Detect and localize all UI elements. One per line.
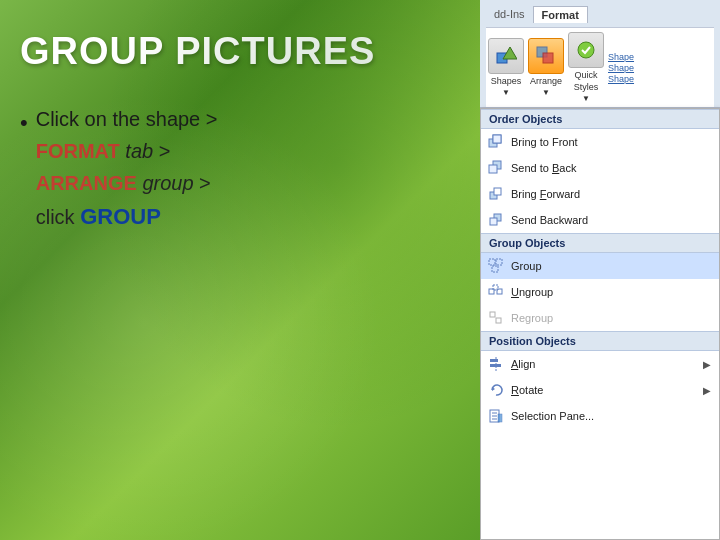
group-icon	[487, 257, 505, 275]
svg-rect-21	[496, 318, 501, 323]
bullet-item: • Click on the shape > FORMAT tab > ARRA…	[20, 103, 450, 234]
align-label: Align	[511, 358, 535, 370]
group-label: Group	[511, 260, 542, 272]
arrange-button-group: Arrange ▼	[528, 38, 564, 97]
send-to-back-label: Send to Back	[511, 162, 576, 174]
send-backward-icon	[487, 211, 505, 229]
bullet-text: Click on the shape > FORMAT tab > ARRANG…	[36, 103, 218, 234]
regroup-item[interactable]: Regroup	[481, 305, 719, 331]
slide-content: GROUP PICTURES • Click on the shape > FO…	[0, 0, 480, 540]
quick-styles-label2: Styles	[574, 82, 599, 92]
quick-styles-dropdown-arrow[interactable]: ▼	[582, 94, 590, 103]
send-to-back-icon	[487, 159, 505, 177]
svg-rect-13	[490, 218, 497, 225]
group-italic-word: group	[142, 172, 193, 194]
shapes-icon[interactable]	[488, 38, 524, 74]
ungroup-icon	[487, 283, 505, 301]
shape-link-2[interactable]: Shape	[608, 63, 634, 73]
ungroup-item[interactable]: Ungroup	[481, 279, 719, 305]
bullet-dot: •	[20, 105, 28, 140]
selection-pane-label: Selection Pane...	[511, 410, 594, 422]
group-objects-header: Group Objects	[481, 233, 719, 253]
tab-word: tab	[125, 140, 153, 162]
arrange-dropdown-arrow[interactable]: ▼	[542, 88, 550, 97]
shapes-dropdown-arrow[interactable]: ▼	[502, 88, 510, 97]
order-objects-header: Order Objects	[481, 109, 719, 129]
tab-format[interactable]: Format	[533, 6, 588, 23]
quick-styles-icon[interactable]	[568, 32, 604, 68]
svg-rect-15	[496, 259, 502, 265]
selection-pane-item[interactable]: Selection Pane...	[481, 403, 719, 429]
ribbon-buttons: Shapes ▼ Arrange ▼	[486, 27, 714, 107]
svg-rect-23	[490, 359, 498, 362]
align-arrow: ▶	[703, 359, 711, 370]
bring-forward-item[interactable]: Bring Forward	[481, 181, 719, 207]
send-backward-label: Send Backward	[511, 214, 588, 226]
bullet-content: • Click on the shape > FORMAT tab > ARRA…	[20, 103, 450, 234]
shape-link-3[interactable]: Shape	[608, 74, 634, 84]
ribbon-top: dd-Ins Format Shapes ▼	[480, 0, 720, 108]
arrange-icon[interactable]	[528, 38, 564, 74]
bring-to-front-label: Bring to Front	[511, 136, 578, 148]
regroup-icon	[487, 309, 505, 327]
regroup-label: Regroup	[511, 312, 553, 324]
tab-addins[interactable]: dd-Ins	[486, 6, 533, 23]
svg-rect-16	[492, 266, 498, 272]
quick-styles-button-group: Quick Styles ▼	[568, 32, 604, 103]
bring-to-front-item[interactable]: Bring to Front	[481, 129, 719, 155]
svg-rect-30	[498, 414, 502, 422]
send-backward-item[interactable]: Send Backward	[481, 207, 719, 233]
shape-links: Shape Shape Shape	[608, 52, 634, 84]
ribbon-tabs: dd-Ins Format	[486, 6, 714, 23]
arrange-label: Arrange	[530, 76, 562, 86]
format-word: FORMAT	[36, 140, 120, 162]
svg-rect-20	[490, 312, 495, 317]
rotate-item[interactable]: Rotate ▶	[481, 377, 719, 403]
svg-rect-14	[489, 259, 495, 265]
svg-point-4	[578, 42, 594, 58]
svg-rect-11	[494, 188, 501, 195]
slide-title: GROUP PICTURES	[20, 30, 450, 73]
selection-pane-icon	[487, 407, 505, 425]
svg-rect-3	[543, 53, 553, 63]
rotate-icon	[487, 381, 505, 399]
bring-to-front-icon	[487, 133, 505, 151]
send-to-back-item[interactable]: Send to Back	[481, 155, 719, 181]
arrange-dropdown-menu: Order Objects Bring to Front Send to Bac…	[480, 108, 720, 540]
svg-rect-7	[493, 135, 501, 143]
group-bold-word: GROUP	[80, 204, 161, 229]
align-item[interactable]: Align ▶	[481, 351, 719, 377]
right-panel: dd-Ins Format Shapes ▼	[480, 0, 720, 540]
shapes-label: Shapes	[491, 76, 522, 86]
rotate-label: Rotate	[511, 384, 543, 396]
ungroup-label: Ungroup	[511, 286, 553, 298]
svg-rect-9	[489, 165, 497, 173]
bring-forward-icon	[487, 185, 505, 203]
shape-link-1[interactable]: Shape	[608, 52, 634, 62]
bring-forward-label: Bring Forward	[511, 188, 580, 200]
align-icon	[487, 355, 505, 373]
rotate-arrow: ▶	[703, 385, 711, 396]
quick-styles-label: Quick	[574, 70, 597, 80]
position-objects-header: Position Objects	[481, 331, 719, 351]
arrange-word: ARRANGE	[36, 172, 137, 194]
group-item[interactable]: Group	[481, 253, 719, 279]
shapes-button-group: Shapes ▼	[488, 38, 524, 97]
svg-rect-24	[490, 364, 501, 367]
